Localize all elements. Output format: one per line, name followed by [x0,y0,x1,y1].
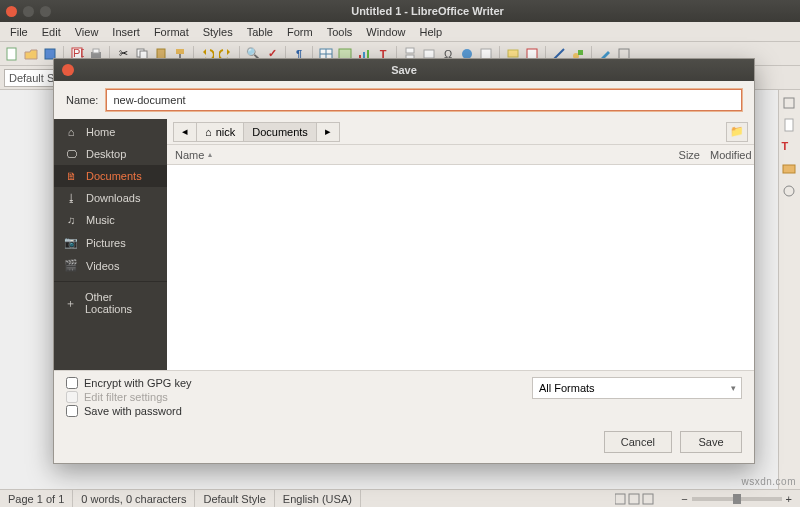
status-page[interactable]: Page 1 of 1 [0,490,73,507]
menu-table[interactable]: Table [241,24,279,40]
place-pictures[interactable]: 📷 Pictures [54,231,167,254]
edit-filter-checkbox: Edit filter settings [66,391,192,403]
svg-rect-20 [424,50,434,58]
page-icon[interactable] [782,118,798,134]
place-downloads[interactable]: ⭳ Downloads [54,187,167,209]
svg-line-25 [554,49,564,59]
menu-file[interactable]: File [4,24,34,40]
new-folder-button[interactable]: 📁 [726,122,748,142]
place-documents[interactable]: 🗎 Documents [54,165,167,187]
menu-styles[interactable]: Styles [197,24,239,40]
menu-help[interactable]: Help [413,24,448,40]
svg-rect-35 [643,494,653,504]
svg-rect-8 [157,49,165,59]
svg-rect-29 [784,98,794,108]
svg-rect-5 [93,49,99,53]
path-label: Documents [252,126,308,138]
svg-rect-1 [45,49,55,59]
menu-form[interactable]: Form [281,24,319,40]
menubar: File Edit View Insert Format Styles Tabl… [0,22,800,42]
path-forward-button[interactable]: ▸ [316,122,340,142]
place-label: Videos [86,260,119,272]
save-password-checkbox[interactable]: Save with password [66,405,192,417]
svg-point-32 [784,186,794,196]
place-other-locations[interactable]: ＋ Other Locations [54,286,167,320]
path-segment-home[interactable]: ⌂ nick [196,122,244,142]
window-titlebar: Untitled 1 - LibreOffice Writer [0,0,800,22]
menu-edit[interactable]: Edit [36,24,67,40]
svg-rect-24 [527,49,537,59]
encrypt-gpg-checkbox[interactable]: Encrypt with GPG key [66,377,192,389]
music-icon: ♫ [64,214,78,226]
zoom-slider[interactable]: −+ [673,493,800,505]
place-home[interactable]: ⌂ Home [54,121,167,143]
svg-point-21 [462,49,472,59]
name-label: Name: [66,94,98,106]
place-label: Downloads [86,192,140,204]
svg-rect-28 [619,49,629,59]
styles-icon[interactable]: T [782,140,798,156]
place-music[interactable]: ♫ Music [54,209,167,231]
path-bar: ◂ ⌂ nick Documents ▸ 📁 [167,119,754,145]
column-headers[interactable]: Name▴ Size Modified [167,145,754,165]
path-segment-documents[interactable]: Documents [243,122,317,142]
place-label: Pictures [86,237,126,249]
dialog-close-button[interactable] [62,64,74,76]
svg-rect-27 [578,50,583,55]
path-label: nick [216,126,236,138]
videos-icon: 🎬 [64,259,78,272]
status-style[interactable]: Default Style [195,490,274,507]
properties-icon[interactable] [782,96,798,112]
window-close-button[interactable] [6,6,17,17]
filename-input[interactable] [106,89,742,111]
file-chooser: ◂ ⌂ nick Documents ▸ 📁 Name▴ Size Modifi… [167,119,754,370]
window-maximize-button[interactable] [40,6,51,17]
new-icon[interactable] [4,46,20,62]
file-format-combo[interactable]: All Formats [532,377,742,399]
place-label: Other Locations [85,291,157,315]
menu-tools[interactable]: Tools [321,24,359,40]
view-icons[interactable] [607,490,673,507]
menu-view[interactable]: View [69,24,105,40]
menu-insert[interactable]: Insert [106,24,146,40]
documents-icon: 🗎 [64,170,78,182]
svg-rect-30 [785,119,793,131]
place-desktop[interactable]: 🖵 Desktop [54,143,167,165]
place-label: Desktop [86,148,126,160]
status-lang[interactable]: English (USA) [275,490,361,507]
watermark: wsxdn.com [741,476,796,487]
place-label: Documents [86,170,142,182]
dialog-title: Save [82,64,726,76]
open-icon[interactable] [23,46,39,62]
home-icon: ⌂ [205,126,212,138]
col-name: Name [175,149,204,161]
svg-rect-18 [406,48,414,53]
menu-format[interactable]: Format [148,24,195,40]
menu-window[interactable]: Window [360,24,411,40]
place-label: Music [86,214,115,226]
statusbar: Page 1 of 1 0 words, 0 characters Defaul… [0,489,800,507]
plus-icon: ＋ [64,296,77,311]
place-label: Home [86,126,115,138]
navigator-icon[interactable] [782,184,798,200]
sidebar-panel: T [778,90,800,489]
cancel-button[interactable]: Cancel [604,431,672,453]
path-back-button[interactable]: ◂ [173,122,197,142]
window-minimize-button[interactable] [23,6,34,17]
sort-asc-icon: ▴ [208,150,212,159]
svg-rect-0 [7,48,16,60]
save-button[interactable]: Save [680,431,742,453]
places-sidebar: ⌂ Home 🖵 Desktop 🗎 Documents ⭳ Downloads… [54,119,167,370]
window-title: Untitled 1 - LibreOffice Writer [61,5,794,17]
gallery-icon[interactable] [782,162,798,178]
desktop-icon: 🖵 [64,148,78,160]
downloads-icon: ⭳ [64,192,78,204]
svg-rect-14 [339,49,351,59]
place-videos[interactable]: 🎬 Videos [54,254,167,277]
col-size: Size [662,149,706,161]
svg-rect-31 [783,165,795,173]
file-list[interactable] [167,165,754,370]
status-words[interactable]: 0 words, 0 characters [73,490,195,507]
dialog-titlebar: Save [54,59,754,81]
svg-rect-22 [481,49,491,59]
